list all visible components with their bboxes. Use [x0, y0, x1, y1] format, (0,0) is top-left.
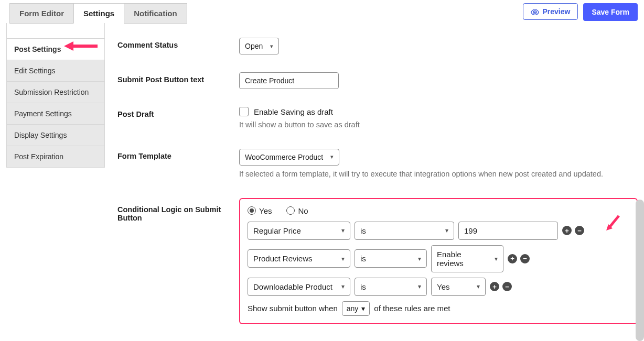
preview-button[interactable]: Preview: [523, 3, 578, 20]
sidebar-item-label: Display Settings: [14, 131, 67, 139]
select-value: Yes: [437, 282, 449, 291]
label-post-draft: Post Draft: [117, 107, 239, 118]
cond-rule-value-input[interactable]: 199: [458, 222, 558, 240]
select-value: Product Reviews: [253, 254, 313, 263]
select-value: Regular Price: [253, 226, 301, 235]
sidebar-item-label: Submission Restriction: [14, 88, 89, 96]
post-draft-helper: It will show a button to save as draft: [239, 119, 617, 131]
save-form-button[interactable]: Save Form: [583, 3, 638, 21]
remove-rule-button[interactable]: −: [520, 254, 530, 263]
top-bar: Form Editor Settings Notification Previe…: [0, 0, 644, 24]
chevron-down-icon: ▾: [341, 227, 345, 234]
sidebar-item-payment-settings[interactable]: Payment Settings: [6, 103, 105, 125]
cond-rule-field-select[interactable]: Product Reviews▾: [248, 249, 350, 268]
chevron-down-icon: ▾: [477, 283, 480, 290]
chevron-down-icon: ▾: [418, 255, 421, 262]
sidebar-item-label: Edit Settings: [14, 67, 56, 75]
sidebar-item-label: Post Expiration: [14, 152, 63, 161]
eye-icon: [531, 8, 539, 15]
cond-footer: Show submit button when any ▾ of these r…: [248, 301, 629, 316]
cond-footer-pre: Show submit button when: [248, 304, 338, 313]
chevron-down-icon: ▾: [418, 283, 421, 290]
tab-form-editor[interactable]: Form Editor: [9, 3, 74, 24]
radio-icon: [286, 206, 295, 215]
sidebar-item-submission-restriction[interactable]: Submission Restriction: [6, 81, 105, 103]
cond-rule-actions: +−: [508, 254, 530, 263]
conditional-logic-box: Yes No Regular Price▾is▾199+−Product Rev…: [239, 198, 638, 324]
chevron-down-icon: ▾: [341, 283, 345, 290]
cond-rule-row: Regular Price▾is▾199+−: [248, 222, 629, 240]
cond-rule-field-select[interactable]: Regular Price▾: [248, 222, 350, 240]
sidebar-item-post-settings[interactable]: Post Settings: [6, 38, 105, 60]
cond-rule-row: Product Reviews▾is▾Enable reviews▾+−: [248, 245, 629, 272]
chevron-down-icon: ▾: [495, 255, 498, 262]
cond-rule-op-select[interactable]: is▾: [355, 278, 427, 296]
chevron-down-icon: ▾: [341, 255, 345, 262]
cond-rule-actions: +−: [562, 226, 584, 235]
select-value: is: [360, 282, 366, 291]
tab-notification[interactable]: Notification: [124, 3, 187, 24]
select-value: Downloadable Product: [253, 282, 332, 291]
chevron-down-icon: ▾: [270, 43, 273, 50]
chevron-down-icon: ▾: [330, 153, 334, 160]
select-value: Open: [245, 42, 263, 50]
input-value: 199: [464, 226, 477, 235]
cond-match-select[interactable]: any ▾: [342, 301, 370, 316]
preview-label: Preview: [542, 7, 570, 16]
cond-rule-actions: +−: [490, 282, 512, 291]
sidebar-item-label: Post Settings: [14, 45, 61, 53]
radio-label: Yes: [259, 206, 272, 215]
input-value: Create Product: [245, 76, 294, 85]
post-draft-check-label: Enable Saving as draft: [254, 107, 333, 116]
comment-status-select[interactable]: Open ▾: [239, 38, 279, 54]
sidebar-item-edit-settings[interactable]: Edit Settings: [6, 60, 105, 82]
cond-rule-field-select[interactable]: Downloadable Product▾: [248, 278, 350, 296]
form-template-select[interactable]: WooCommerce Product ▾: [239, 149, 339, 166]
select-value: Enable reviews: [437, 250, 489, 268]
remove-rule-button[interactable]: −: [502, 282, 512, 291]
main-panel: Comment Status Open ▾ Submit Post Button…: [105, 23, 638, 324]
cond-rule-op-select[interactable]: is▾: [355, 249, 427, 268]
select-value: WooCommerce Product: [245, 153, 323, 161]
add-rule-button[interactable]: +: [562, 226, 572, 235]
add-rule-button[interactable]: +: [490, 282, 499, 291]
tab-settings[interactable]: Settings: [73, 3, 124, 24]
label-conditional-logic: Conditional Logic on Submit Button: [117, 198, 239, 222]
form-template-helper: If selected a form template, it will try…: [239, 169, 617, 180]
radio-label: No: [298, 206, 308, 215]
select-value: is: [360, 254, 366, 263]
chevron-down-icon: ▾: [445, 227, 448, 234]
cond-rule-row: Downloadable Product▾is▾Yes▾+−: [248, 278, 629, 296]
sidebar-item-post-expiration[interactable]: Post Expiration: [6, 146, 105, 168]
post-draft-checkbox[interactable]: [239, 107, 249, 116]
select-value: is: [360, 226, 366, 235]
settings-sidebar: Post Settings Edit Settings Submission R…: [6, 23, 105, 324]
cond-footer-post: of these rules are met: [374, 304, 450, 313]
label-form-template: Form Template: [117, 149, 239, 160]
top-tabs: Form Editor Settings Notification: [9, 3, 187, 24]
sidebar-item-display-settings[interactable]: Display Settings: [6, 124, 105, 146]
scrollbar[interactable]: [636, 200, 644, 341]
cond-radio-no[interactable]: No: [286, 206, 308, 215]
submit-text-input[interactable]: Create Product: [239, 72, 339, 89]
radio-icon: [248, 206, 256, 215]
select-value: any: [347, 304, 359, 313]
cond-radio-yes[interactable]: Yes: [248, 206, 272, 215]
chevron-down-icon: ▾: [361, 304, 365, 313]
add-rule-button[interactable]: +: [508, 254, 517, 263]
remove-rule-button[interactable]: −: [575, 226, 584, 235]
cond-rule-op-select[interactable]: is▾: [355, 222, 454, 240]
sidebar-item-label: Payment Settings: [14, 109, 72, 118]
cond-rule-value-select[interactable]: Enable reviews▾: [431, 245, 503, 272]
cond-rule-value-select[interactable]: Yes▾: [431, 278, 486, 296]
svg-point-0: [534, 12, 536, 13]
label-comment-status: Comment Status: [117, 38, 239, 49]
label-submit-text: Submit Post Button text: [117, 72, 239, 84]
